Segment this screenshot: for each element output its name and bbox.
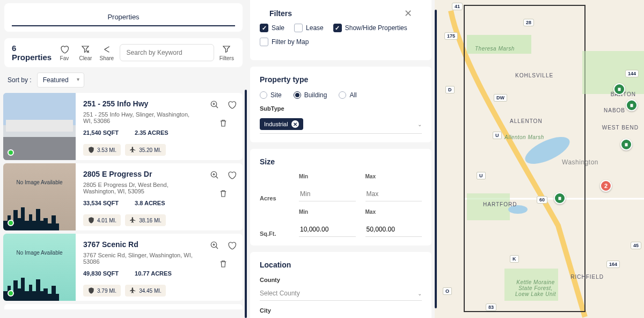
map-label: KOHLSVILLE — [515, 73, 553, 78]
map-label: ALLENTON — [510, 118, 543, 124]
chevron-down-icon: ⌄ — [418, 291, 422, 297]
building-icon — [617, 86, 622, 92]
filters-button[interactable]: Filters — [218, 45, 235, 61]
status-dot — [8, 220, 14, 226]
county-select[interactable]: Select County ⌄ — [260, 286, 422, 301]
favorite-button[interactable] — [225, 169, 238, 182]
property-title: 2805 E Progress Dr — [83, 170, 199, 178]
map-label: Theresa Marsh — [475, 46, 515, 52]
route-marker: 175 — [444, 32, 458, 40]
route-marker: 28 — [523, 19, 534, 26]
route-marker: 45 — [631, 242, 641, 249]
route-marker: 144 — [625, 70, 639, 77]
filters-panel: Filters ✕ Sale Lease Show/Hide Propertie… — [247, 0, 435, 318]
sort-row: Sort by : Featured — [0, 70, 247, 90]
close-filters-button[interactable]: ✕ — [404, 8, 412, 19]
property-thumb — [3, 93, 76, 160]
clear-button[interactable]: Clear — [77, 45, 94, 61]
scroll-indicator — [245, 90, 247, 318]
svg-rect-26 — [631, 104, 633, 107]
delete-button[interactable] — [217, 117, 230, 129]
route-marker: 164 — [606, 261, 620, 268]
remove-tag-icon[interactable]: ✕ — [291, 120, 299, 128]
favorite-button[interactable] — [225, 239, 238, 252]
distance-badge: 3.53 MI. — [83, 144, 121, 156]
search-input[interactable] — [120, 44, 214, 61]
property-card[interactable]: No Image Available 2805 E Progress Dr 28… — [3, 163, 243, 230]
property-type-section: Property type Site Building All SubType … — [250, 67, 431, 142]
acres-max-input[interactable] — [365, 187, 422, 201]
route-marker: 83 — [486, 303, 496, 311]
shield-icon — [87, 287, 95, 294]
svg-rect-28 — [559, 197, 561, 200]
favorite-button[interactable] — [225, 98, 238, 111]
status-dot — [8, 149, 14, 156]
map-label: RICHFIELD — [570, 274, 604, 280]
svg-rect-25 — [618, 88, 621, 91]
fav-button[interactable]: Fav — [56, 45, 72, 61]
property-thumb: No Image Available — [3, 163, 76, 230]
building-photo — [3, 93, 76, 160]
map-pin[interactable] — [626, 99, 638, 111]
map[interactable]: Theresa Marsh KOHLSVILLE BARTON NABOB AL… — [435, 0, 644, 318]
zoom-button[interactable] — [208, 98, 221, 111]
plane-icon — [129, 216, 137, 224]
zoom-button[interactable] — [208, 239, 221, 252]
heart-icon — [60, 45, 69, 54]
subtype-tag[interactable]: Industrial✕ — [260, 118, 303, 130]
shield-icon — [87, 216, 95, 224]
property-list[interactable]: 251 - 255 Info Hwy 251 - 255 Info Hwy, S… — [0, 90, 247, 318]
checkbox-lease[interactable]: Lease — [294, 24, 324, 32]
property-title: 251 - 255 Info Hwy — [83, 99, 199, 108]
svg-rect-4 — [6, 120, 73, 132]
property-card[interactable]: No Image Available 3767 Scenic Rd 3767 S… — [3, 234, 243, 301]
building-icon — [629, 103, 634, 108]
radio-site[interactable]: Site — [260, 91, 282, 99]
map-pin[interactable] — [554, 192, 566, 204]
acres-min-input[interactable] — [299, 187, 356, 201]
filter-icon — [222, 45, 231, 54]
checkbox-filter-by-map[interactable]: Filter by Map — [260, 38, 309, 46]
shield-icon — [87, 146, 95, 154]
share-button[interactable]: Share — [98, 45, 115, 61]
heart-icon — [227, 100, 237, 110]
sqft-max-input[interactable] — [365, 222, 422, 237]
map-cluster[interactable]: 2 — [600, 180, 612, 192]
map-pin[interactable] — [613, 83, 625, 95]
property-acres: 10.77 ACRES — [135, 270, 172, 277]
map-label: HARTFORD — [483, 201, 517, 207]
sort-label: Sort by : — [8, 76, 32, 84]
map-left-accent — [435, 10, 437, 308]
subtype-label: SubType — [260, 105, 422, 112]
property-card[interactable]: 251 - 255 Info Hwy 251 - 255 Info Hwy, S… — [3, 93, 243, 160]
funnel-x-icon — [80, 45, 90, 54]
map-label: NABOB — [604, 107, 625, 113]
delete-button[interactable] — [217, 257, 230, 270]
size-section: Size MinMax Acres MinMax Sq.Ft. — [250, 149, 431, 245]
plane-icon — [129, 146, 137, 154]
subtype-select[interactable]: Industrial✕ ⌄ — [260, 115, 422, 134]
tab-properties[interactable]: Properties — [12, 9, 235, 26]
zoom-button[interactable] — [208, 169, 221, 182]
sort-select[interactable]: Featured — [37, 73, 84, 88]
map-pin[interactable] — [620, 139, 632, 150]
delete-button[interactable] — [217, 187, 230, 200]
heart-icon — [227, 241, 237, 250]
route-marker: DW — [494, 94, 507, 102]
radio-building[interactable]: Building — [294, 91, 327, 99]
checkbox-showhide[interactable]: Show/Hide Properties — [333, 24, 407, 32]
route-marker: D — [445, 86, 455, 93]
trash-icon — [218, 189, 228, 198]
filters-title: Filters — [269, 9, 292, 18]
no-image-label: No Image Available — [17, 250, 63, 256]
property-thumb: No Image Available — [3, 234, 76, 301]
sqft-min-input[interactable] — [299, 222, 356, 237]
chevron-down-icon: ⌄ — [418, 121, 422, 127]
checkbox-sale[interactable]: Sale — [260, 24, 284, 32]
property-sqft: 49,830 SQFT — [83, 270, 119, 277]
radio-all[interactable]: All — [339, 91, 356, 99]
results-count: 6 Properties — [12, 44, 52, 62]
svg-line-11 — [216, 176, 218, 178]
skyline-icon — [3, 205, 76, 230]
share-icon — [102, 45, 112, 54]
